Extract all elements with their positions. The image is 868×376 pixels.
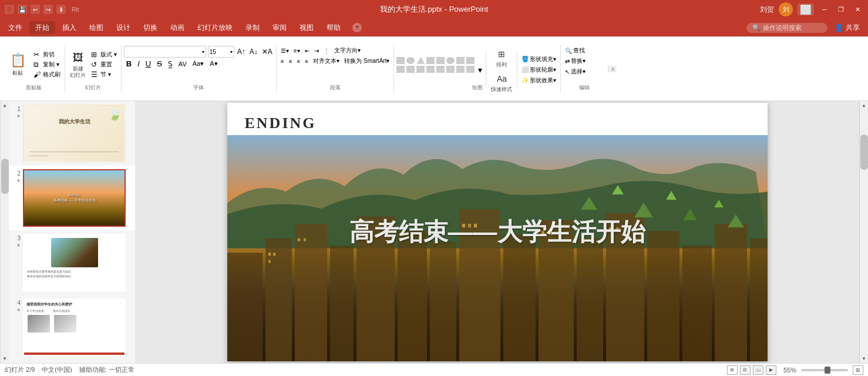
char-spacing-button[interactable]: AV — [176, 60, 189, 68]
shape-rect3[interactable] — [436, 57, 445, 64]
search-area[interactable]: 🔍 — [746, 23, 827, 33]
cut-button[interactable]: ✂ 剪切 — [32, 50, 62, 59]
menu-view[interactable]: 视图 — [294, 21, 319, 34]
increase-indent-button[interactable]: ⇥ — [312, 46, 321, 55]
section-button[interactable]: ☰ 节 ▾ — [89, 70, 119, 79]
smartart-button[interactable]: 转换为 SmartArt▾ — [342, 56, 391, 66]
slide-sorter-button[interactable]: ⊟ — [740, 365, 751, 375]
arrange-button[interactable]: ⊞ 排列 — [489, 46, 514, 69]
undo-btn[interactable]: ↩ — [31, 5, 40, 14]
search-input[interactable] — [763, 24, 822, 31]
slide-item-4[interactable]: 4 ★ 感受我我对学生的关心和爱护 学习专业发展 课外自我成长 — [9, 295, 135, 360]
shape-r4[interactable] — [456, 57, 465, 64]
shape-triangle[interactable] — [416, 57, 425, 64]
shape-oval[interactable] — [446, 57, 455, 64]
ribbon-toggle[interactable]: ⬜ — [798, 4, 814, 15]
shape-r8[interactable] — [416, 66, 425, 73]
increase-font-button[interactable]: A↑ — [236, 47, 247, 56]
menu-animations[interactable]: 动画 — [164, 21, 190, 34]
menu-design[interactable]: 设计 — [110, 21, 136, 34]
bold-button[interactable]: B — [124, 59, 134, 69]
menu-insert[interactable]: 插入 — [56, 21, 82, 34]
decrease-font-button[interactable]: A↓ — [248, 47, 259, 56]
slideshow-view-button[interactable]: ▶ — [766, 365, 776, 375]
font-case-button[interactable]: Aa▾ — [190, 59, 206, 68]
numbering-button[interactable]: ≡▾ — [292, 46, 302, 55]
menu-draw[interactable]: 绘图 — [83, 21, 109, 34]
app-icon[interactable]: P — [5, 5, 14, 14]
layout-button[interactable]: ⊞ 版式 ▾ — [89, 50, 119, 59]
italic-button[interactable]: I — [135, 59, 142, 69]
font-name-selector[interactable]: ▾ — [124, 46, 206, 58]
bullets-button[interactable]: ☰▾ — [279, 46, 291, 55]
align-center-button[interactable]: ≡ — [287, 56, 294, 66]
menu-record[interactable]: 录制 — [240, 21, 265, 34]
slide-item-1[interactable]: 1 ★ 🍃 我的大学生活 • • • • • • • • • • ← 1.选中幻… — [9, 101, 135, 166]
align-text-button[interactable]: 对齐文本▾ — [311, 56, 341, 66]
slide-item-3[interactable]: 3 ★ 本科阶段主要考查的是信息与知识 将有价值的信息转化为有用的知识 — [9, 230, 135, 295]
menu-slideshow[interactable]: 幻灯片放映 — [191, 21, 238, 34]
align-left-button[interactable]: ≡ — [279, 56, 286, 66]
copy-button[interactable]: ⧉ 复制 ▾ — [32, 60, 62, 69]
shape-r13[interactable] — [466, 66, 475, 73]
shapes-scroll-down[interactable]: ▾ — [477, 65, 483, 75]
slide-panel-scrollbar[interactable]: ▲ ▼ — [0, 101, 9, 363]
shape-r5[interactable] — [466, 57, 475, 64]
save-btn[interactable]: 💾 — [18, 5, 27, 14]
decrease-indent-button[interactable]: ⇤ — [303, 46, 311, 55]
justify-button[interactable]: ≡ — [303, 56, 310, 66]
replace-button[interactable]: ⇄ 替换▾ — [563, 56, 587, 66]
menu-transitions[interactable]: 切换 — [137, 21, 163, 34]
scroll-down-arrow[interactable]: ▼ — [1, 354, 9, 363]
shadow-button[interactable]: S̲ — [166, 59, 175, 69]
menu-home[interactable]: 开始 — [29, 21, 55, 34]
font-color-button[interactable]: A▾ — [207, 59, 220, 68]
scroll-thumb[interactable] — [1, 159, 9, 194]
format-painter-button[interactable]: 🖌 格式刷 — [32, 70, 62, 79]
shape-r6[interactable] — [396, 66, 405, 73]
menu-review[interactable]: 审阅 — [267, 21, 292, 34]
shape-r7[interactable] — [406, 66, 415, 73]
font-size-selector[interactable]: 15 ▾ — [208, 46, 234, 58]
find-button[interactable]: 🔍 查找 — [563, 46, 587, 55]
redo-btn[interactable]: ↪ — [43, 5, 53, 14]
new-slide-button[interactable]: 🖼 新建幻灯片 — [68, 49, 88, 81]
column-button[interactable]: ⋮ — [322, 46, 331, 55]
canvas-scroll-down[interactable]: ▼ — [860, 354, 869, 363]
menu-help[interactable]: 帮助 — [321, 21, 346, 34]
canvas-scroll-thumb[interactable] — [860, 135, 868, 170]
shape-r12[interactable] — [456, 66, 465, 73]
reset-button[interactable]: ↺ 重置 — [89, 60, 119, 69]
normal-view-button[interactable]: ⊞ — [727, 365, 738, 375]
shape-r10[interactable] — [436, 66, 445, 73]
shape-fill-button[interactable]: 🪣 形状填充▾ — [520, 55, 558, 64]
align-right-button[interactable]: ≡ — [295, 56, 302, 66]
clear-format-button[interactable]: ✕A — [261, 47, 274, 56]
shape-circle[interactable] — [406, 57, 415, 64]
restore-button[interactable]: ❐ — [835, 4, 847, 15]
slide-item-5[interactable]: 5 ★ — [9, 360, 135, 363]
help-icon[interactable]: ? — [352, 23, 362, 32]
slide-item-2[interactable]: 2 ★ ENDING 高考结束——大学生活开始 ← 2.按Enter — [9, 166, 135, 230]
minimize-button[interactable]: ─ — [819, 4, 830, 15]
menu-file[interactable]: 文件 — [2, 21, 28, 34]
shape-rect2[interactable] — [426, 57, 435, 64]
shape-rect[interactable] — [396, 57, 405, 64]
reading-view-button[interactable]: 📖 — [753, 365, 763, 375]
fit-slide-button[interactable]: ⊞ — [853, 365, 863, 375]
canvas-scroll-up[interactable]: ▲ — [860, 101, 869, 110]
share-button[interactable]: 👤 共享 — [829, 22, 866, 34]
canvas-scrollbar[interactable]: ▲ ▼ — [859, 101, 868, 363]
custom-btn[interactable]: ⬇ — [56, 5, 66, 14]
underline-button[interactable]: U — [143, 59, 153, 69]
scroll-up-arrow[interactable]: ▲ — [1, 101, 9, 110]
user-avatar[interactable]: 刘 — [779, 2, 793, 16]
strikethrough-button[interactable]: S — [154, 59, 164, 69]
paste-button[interactable]: 📋 粘贴 — [5, 47, 31, 82]
zoom-slider[interactable] — [801, 369, 848, 371]
shape-outline-button[interactable]: ⬜ 形状轮廓▾ — [520, 65, 558, 75]
ribbon-collapse-button[interactable]: ∧ — [608, 66, 617, 72]
shape-r9[interactable] — [426, 66, 435, 73]
text-direction-button[interactable]: 文字方向▾ — [332, 46, 362, 55]
canvas-area[interactable]: ENDING 高考结束——大学生活开始 — [135, 101, 859, 363]
